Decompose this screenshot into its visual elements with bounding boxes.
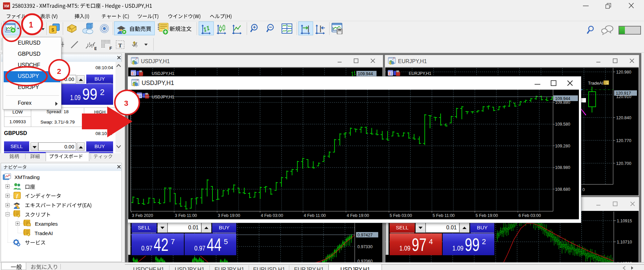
svg-text:3: 3 bbox=[124, 99, 129, 107]
svg-text:1: 1 bbox=[29, 20, 33, 29]
svg-text:2: 2 bbox=[57, 67, 61, 76]
